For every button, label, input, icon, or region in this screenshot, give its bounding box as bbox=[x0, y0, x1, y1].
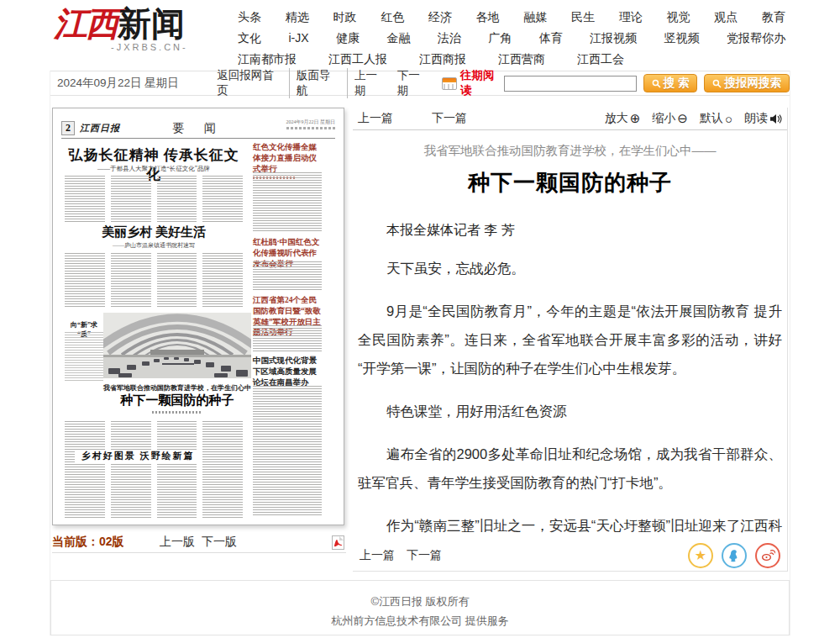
site-search-button-label: 搜报网搜索 bbox=[724, 76, 781, 91]
zoom-in-control[interactable]: 放大⊕ bbox=[605, 111, 641, 126]
newspaper-photo bbox=[103, 313, 251, 378]
article-tools: 放大⊕ 缩小⊖ 默认○ 朗读 bbox=[596, 111, 782, 126]
footer-copyright: ©江西日报 版权所有 bbox=[51, 592, 789, 611]
nav-row-1: 头条 精选 时政 红色 经济 各地 融媒 民生 理论 视觉 观点 教育 bbox=[238, 10, 785, 25]
article-paragraph: 作为“赣南三整”旧址之一，安远县“天心圩整顿”旧址迎来了江西科技职业学院红色研学… bbox=[358, 511, 782, 540]
share-weibo-button[interactable] bbox=[755, 543, 780, 568]
next-article-link-bottom[interactable]: 下一篇 bbox=[407, 548, 442, 563]
nav-item-rongmei[interactable]: 融媒 bbox=[523, 10, 547, 25]
share-qq-button[interactable] bbox=[722, 543, 747, 568]
nav-item-wenhua[interactable]: 文化 bbox=[238, 31, 261, 46]
zoom-in-icon: ⊕ bbox=[630, 111, 641, 126]
nav-item-jiangbao-video[interactable]: 江报视频 bbox=[590, 31, 637, 46]
reset-size-control[interactable]: 默认○ bbox=[700, 111, 732, 126]
page-pager: 当前版：02版 上一版 下一版 bbox=[52, 531, 344, 553]
date-bar: 2024年09月22日 星期日 返回报网首页 版面导航 上一期 下一期 往期阅读… bbox=[50, 71, 790, 96]
site-header: 江西新闻 -JXRBS.CN- 头条 精选 时政 红色 经济 各地 融媒 民生 … bbox=[0, 0, 840, 70]
nav-item-jingxuan[interactable]: 精选 bbox=[286, 10, 309, 25]
reset-size-icon: ○ bbox=[725, 112, 732, 126]
nav-item-lilun[interactable]: 理论 bbox=[619, 10, 643, 25]
newspaper-page-number: 2 bbox=[61, 121, 75, 135]
newspaper-text-column bbox=[157, 253, 197, 308]
nav-item-yingshang[interactable]: 江西营商 bbox=[498, 52, 545, 67]
pdf-icon[interactable] bbox=[332, 535, 344, 550]
article-paragraph: 特色课堂，用好用活红色资源 bbox=[358, 397, 782, 425]
prev-article-link-bottom[interactable]: 上一篇 bbox=[360, 548, 395, 563]
layout-nav-link[interactable]: 版面导航 bbox=[290, 68, 348, 98]
next-issue-link[interactable]: 下一期 bbox=[391, 68, 433, 98]
site-footer: ©江西日报 版权所有 杭州前方信息技术有限公司 提供服务 bbox=[50, 580, 790, 635]
nav-item-guandian[interactable]: 观点 bbox=[714, 10, 738, 25]
newspaper-headline-1-sub: ——于都县人大聚力打造“长征文化”品牌 bbox=[65, 165, 243, 173]
newspaper-text-column bbox=[253, 172, 322, 233]
prev-issue-link[interactable]: 上一期 bbox=[348, 68, 391, 98]
current-page-label: 当前版：02版 bbox=[52, 535, 124, 550]
search-icon bbox=[712, 79, 722, 88]
newspaper-masthead: 江西日报 bbox=[80, 122, 120, 134]
nav-item-toutiao[interactable]: 头条 bbox=[238, 10, 261, 25]
newspaper-headline-3: 乡村好图景 沃野绘新篇 bbox=[75, 450, 201, 462]
site-logo[interactable]: 江西新闻 -JXRBS.CN- bbox=[54, 5, 222, 52]
newspaper-article-title: 种下一颗国防的种子 bbox=[100, 393, 255, 409]
prev-page-link[interactable]: 上一版 bbox=[160, 535, 195, 550]
zoom-out-icon: ⊖ bbox=[677, 111, 688, 126]
zoom-out-control[interactable]: 缩小⊖ bbox=[652, 111, 688, 126]
logo-part-black: 新闻 bbox=[118, 5, 185, 43]
nav-item-jiankang[interactable]: 健康 bbox=[336, 31, 360, 46]
newspaper-text-column bbox=[157, 421, 197, 519]
nav-item-gongrenbao[interactable]: 江西工人报 bbox=[328, 52, 387, 67]
speaker-icon bbox=[769, 113, 782, 124]
nav-item-guangjiao[interactable]: 广角 bbox=[488, 31, 512, 46]
newspaper-section-title: 要 闻 bbox=[172, 121, 224, 136]
calendar-icon[interactable] bbox=[442, 77, 457, 90]
nav-item-jinrong[interactable]: 金融 bbox=[386, 31, 410, 46]
search-button[interactable]: 搜 索 bbox=[643, 74, 698, 92]
nav-item-shizheng[interactable]: 时政 bbox=[333, 10, 356, 25]
newspaper-page-image[interactable]: 2 江西日报 要 闻 2024年9月22日 星期日 弘扬长征精神 传承长征文化 … bbox=[52, 108, 344, 525]
next-page-link[interactable]: 下一版 bbox=[202, 535, 237, 550]
read-aloud-control[interactable]: 朗读 bbox=[744, 111, 782, 126]
article-title: 种下一颗国防的种子 bbox=[358, 168, 782, 198]
qq-penguin-icon bbox=[727, 549, 741, 562]
logo-domain: -JXRBS.CN- bbox=[111, 42, 222, 52]
search-button-label: 搜 索 bbox=[664, 76, 690, 91]
nav-item-shu-video[interactable]: 竖视频 bbox=[664, 31, 700, 46]
next-article-link[interactable]: 下一篇 bbox=[432, 111, 467, 126]
nav-item-jingji[interactable]: 经济 bbox=[428, 10, 452, 25]
nav-item-gonghui[interactable]: 江西工会 bbox=[577, 52, 624, 67]
nav-item-hongse[interactable]: 红色 bbox=[381, 10, 404, 25]
newspaper-text-column bbox=[202, 176, 243, 223]
newspaper-article-byline bbox=[152, 411, 202, 414]
search-input[interactable] bbox=[504, 76, 637, 92]
newspaper-text-column bbox=[65, 421, 105, 519]
newspaper-headline-2: 美丽乡村 美好生活 bbox=[83, 224, 224, 240]
archive-link[interactable]: 往期阅读 bbox=[460, 68, 504, 98]
newspaper-panel: 2 江西日报 要 闻 2024年9月22日 星期日 弘扬长征精神 传承长征文化 … bbox=[52, 108, 346, 553]
nav-item-ijx[interactable]: i-JX bbox=[288, 31, 308, 46]
back-home-link[interactable]: 返回报网首页 bbox=[210, 68, 290, 98]
site-search-button[interactable]: 搜报网搜索 bbox=[704, 74, 790, 92]
nav-item-gedi[interactable]: 各地 bbox=[476, 10, 500, 25]
newspaper-side-title-4: 中国式现代化背景下区域高质量发展论坛在南昌举办 bbox=[253, 356, 322, 388]
nav-item-fazhi[interactable]: 法治 bbox=[438, 31, 461, 46]
nav-item-shijue[interactable]: 视觉 bbox=[666, 10, 690, 25]
newspaper-editor-line bbox=[286, 127, 335, 129]
newspaper-text-column bbox=[65, 332, 103, 381]
current-date: 2024年09月22日 星期日 bbox=[50, 76, 210, 91]
footer-provider: 杭州前方信息技术有限公司 提供服务 bbox=[51, 611, 789, 630]
nav-item-tiyu[interactable]: 体育 bbox=[539, 31, 563, 46]
logo-part-red: 江西 bbox=[54, 5, 118, 43]
article-paragraph: 遍布全省的2900多处革命旧址和纪念场馆，成为我省干部群众、驻军官兵、青年学生接… bbox=[358, 440, 782, 497]
nav-item-minsheng[interactable]: 民生 bbox=[571, 10, 595, 25]
nav-item-dangbao[interactable]: 党报帮你办 bbox=[727, 31, 785, 46]
newspaper-text-block bbox=[65, 176, 243, 223]
newspaper-text-column bbox=[253, 386, 322, 517]
newspaper-text-column bbox=[202, 253, 243, 308]
nav-item-shangbao[interactable]: 江西商报 bbox=[419, 52, 466, 67]
page: 江西新闻 -JXRBS.CN- 头条 精选 时政 红色 经济 各地 融媒 民生 … bbox=[0, 0, 840, 638]
share-qzone-button[interactable]: ★ bbox=[688, 543, 713, 568]
nav-item-jiaoyu[interactable]: 教育 bbox=[762, 10, 785, 25]
nav-item-jiangnan[interactable]: 江南都市报 bbox=[238, 52, 297, 67]
newspaper-text-column bbox=[157, 176, 197, 223]
prev-article-link[interactable]: 上一篇 bbox=[358, 111, 393, 126]
